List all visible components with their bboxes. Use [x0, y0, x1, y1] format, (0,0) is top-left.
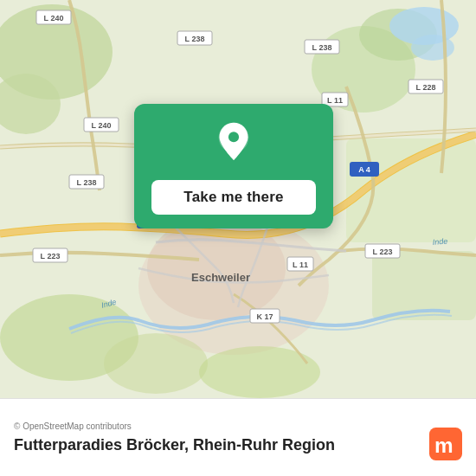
bottom-bar: © OpenStreetMap contributors Futterparad… — [0, 398, 476, 476]
svg-point-13 — [199, 346, 320, 398]
svg-text:L 11: L 11 — [327, 96, 343, 105]
location-card: Take me there — [134, 104, 333, 228]
svg-text:L 238: L 238 — [312, 43, 332, 52]
svg-point-6 — [411, 35, 454, 61]
svg-text:Eschweiler: Eschweiler — [191, 271, 250, 284]
svg-point-45 — [228, 132, 239, 142]
svg-text:L 223: L 223 — [373, 248, 393, 256]
svg-point-12 — [104, 333, 208, 394]
take-me-there-button[interactable]: Take me there — [151, 180, 316, 215]
svg-text:Inde: Inde — [432, 237, 447, 247]
place-name: Futterparadies Bröcker, Rhein-Ruhr Regio… — [14, 436, 462, 454]
moovit-icon: m — [429, 428, 462, 460]
map-attribution: © OpenStreetMap contributors — [14, 421, 462, 431]
svg-text:L 238: L 238 — [185, 35, 205, 43]
svg-text:m: m — [434, 434, 453, 457]
svg-text:L 228: L 228 — [416, 83, 436, 92]
svg-text:L 11: L 11 — [293, 261, 308, 269]
svg-text:K 17: K 17 — [256, 312, 273, 321]
svg-text:L 238: L 238 — [77, 178, 97, 187]
svg-text:L 240: L 240 — [92, 121, 112, 130]
svg-text:L 223: L 223 — [41, 252, 61, 261]
svg-text:L 240: L 240 — [44, 14, 64, 23]
moovit-logo: m — [429, 428, 462, 460]
map-container: L 240 L 240 L 238 L 238 L 238 L 228 L 11… — [0, 0, 476, 398]
svg-text:A 4: A 4 — [358, 165, 370, 174]
location-pin-icon — [211, 121, 256, 166]
